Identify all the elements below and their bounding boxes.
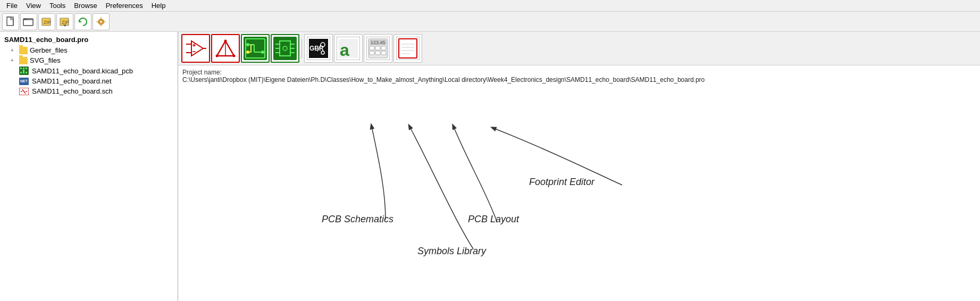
svg-folder-label: SVG_files	[30, 56, 61, 64]
expand-gerber-icon[interactable]: +	[11, 47, 17, 53]
tree-item-net[interactable]: + NET SAMD11_echo_board.net	[0, 76, 178, 86]
tree-item-svg[interactable]: + SVG_files	[0, 55, 178, 65]
svg-text:ZIP: ZIP	[44, 20, 51, 25]
new-button[interactable]	[2, 13, 19, 30]
svg-rect-16	[20, 68, 22, 69]
sch-file-label: SAMD11_echo_board.sch	[32, 87, 113, 95]
gerber-viewer-button[interactable]: GBR	[304, 34, 333, 63]
menu-preferences[interactable]: Preferences	[102, 1, 147, 11]
menu-view[interactable]: View	[22, 1, 45, 11]
pcb-schematics-button[interactable]	[181, 34, 210, 63]
page-layout-icon	[396, 37, 420, 60]
svg-rect-40	[244, 37, 267, 60]
symbols-library-button[interactable]	[211, 34, 240, 63]
tree-item-kicad-pcb[interactable]: + SAMD11_echo_board.kicad_pcb	[0, 65, 178, 76]
tree-item-gerber[interactable]: + Gerber_files	[0, 45, 178, 55]
symbols-library-icon	[214, 37, 237, 60]
pcb-layout-annotation: PCB Layout	[468, 214, 520, 224]
open-archive-icon: ZIP	[41, 16, 53, 27]
svg-point-48	[246, 43, 249, 46]
save-archive-button[interactable]: ZIP	[56, 13, 73, 30]
top-toolbar: ZIP ZIP	[0, 12, 980, 32]
svg-rect-77	[381, 51, 386, 55]
open-icon	[23, 16, 35, 27]
svg-point-50	[246, 51, 249, 54]
svg-point-14	[100, 20, 103, 23]
menu-file[interactable]: File	[2, 1, 22, 11]
settings-button[interactable]	[93, 13, 110, 30]
menu-help[interactable]: Help	[147, 1, 170, 11]
content-area: GBR a	[178, 32, 980, 301]
pcb-layout-icon	[244, 37, 267, 60]
refresh-button[interactable]	[74, 13, 91, 30]
component-calc-icon: 123.45	[366, 37, 390, 60]
symbols-library-annotation: Symbols Library	[417, 246, 487, 256]
net-file-label: SAMD11_echo_board.net	[32, 77, 112, 85]
open-button[interactable]	[20, 13, 37, 30]
svg-rect-18	[26, 68, 27, 69]
expand-svg-icon[interactable]: +	[11, 57, 17, 63]
annotation-arrows: PCB Schematics Symbols Library PCB Layou…	[178, 87, 980, 257]
pcb-file-icon	[19, 66, 29, 75]
svg-text:123.45: 123.45	[371, 40, 386, 45]
svg-rect-76	[375, 51, 380, 55]
refresh-icon	[77, 16, 89, 28]
pcb-schematics-icon	[184, 37, 207, 60]
kicad-pcb-label: SAMD11_echo_board.kicad_pcb	[32, 67, 133, 75]
gerber-viewer-icon: GBR	[307, 37, 330, 60]
footprint-editor-annotation: Footprint Editor	[529, 177, 595, 187]
menubar: File View Tools Browse Preferences Help	[0, 0, 980, 12]
project-path: C:\Users\janti\Dropbox (MIT)\Eigene Date…	[182, 76, 705, 83]
net-file-icon: NET	[19, 78, 29, 85]
project-name-label: Project name:	[182, 69, 222, 76]
svg-rect-19	[20, 72, 22, 73]
new-icon	[5, 16, 16, 27]
pcb-schematics-annotation: PCB Schematics	[322, 214, 393, 224]
menu-tools[interactable]: Tools	[45, 1, 70, 11]
tree-item-sch[interactable]: + SAMD11_echo_board.sch	[0, 86, 178, 96]
settings-icon	[95, 16, 107, 28]
svg-rect-17	[23, 68, 24, 69]
calculator-button[interactable]: a	[334, 34, 363, 63]
svg-rect-80	[399, 39, 417, 58]
footprint-editor-icon	[273, 37, 297, 60]
svg-rect-73	[375, 46, 380, 50]
page-layout-editor-button[interactable]	[393, 34, 422, 63]
svg-rect-20	[23, 70, 24, 73]
menu-browse[interactable]: Browse	[70, 1, 101, 11]
svg-rect-72	[370, 46, 374, 50]
svg-text:a: a	[340, 40, 349, 60]
toolbar-separator-1	[301, 39, 302, 58]
gerber-folder-label: Gerber_files	[30, 46, 68, 54]
svg-rect-74	[381, 46, 386, 50]
project-root-file[interactable]: SAMD11_echo_board.pro	[0, 34, 178, 45]
folder-icon-svg	[19, 57, 28, 64]
svg-rect-21	[26, 72, 27, 73]
component-calculator-button[interactable]: 123.45	[364, 34, 392, 63]
annotation-area: PCB Schematics Symbols Library PCB Layou…	[178, 87, 980, 257]
svg-text:ZIP: ZIP	[62, 20, 69, 25]
footprint-editor-button[interactable]	[271, 34, 299, 63]
pcb-layout-button[interactable]	[241, 34, 270, 63]
svg-rect-75	[370, 51, 374, 55]
sch-file-icon	[19, 88, 29, 95]
project-info-area: Project name: C:\Users\janti\Dropbox (MI…	[178, 65, 980, 87]
svg-rect-6	[23, 20, 33, 26]
calculator-icon: a	[337, 37, 360, 60]
file-tree-sidebar: SAMD11_echo_board.pro + Gerber_files + S…	[0, 32, 178, 301]
open-archive-button[interactable]: ZIP	[38, 13, 55, 30]
app-toolbar: GBR a	[178, 32, 980, 65]
svg-point-49	[261, 51, 264, 54]
main-area: SAMD11_echo_board.pro + Gerber_files + S…	[0, 32, 980, 301]
save-archive-icon: ZIP	[59, 16, 71, 27]
folder-icon-gerber	[19, 47, 28, 54]
